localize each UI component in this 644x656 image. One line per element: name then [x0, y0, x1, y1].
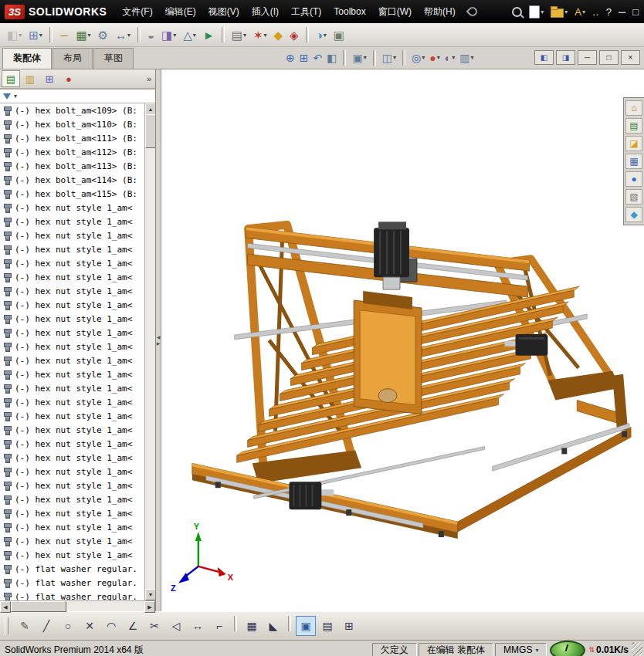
- tree-item[interactable]: (-) flat washer regular.: [0, 562, 145, 576]
- search-icon[interactable]: [510, 3, 524, 20]
- view-orientation-icon[interactable]: ▣▾: [351, 49, 368, 66]
- propertymanager-tab[interactable]: ▥: [21, 70, 39, 87]
- tree-item[interactable]: (-) hex nut style 1_am<: [0, 340, 145, 353]
- custom-properties-icon[interactable]: ▧: [625, 189, 642, 205]
- display-style-icon[interactable]: ◫▾: [381, 49, 398, 66]
- window-minimize-icon[interactable]: ─: [616, 3, 628, 20]
- status-definition[interactable]: 欠定义: [372, 643, 417, 656]
- scroll-thumb[interactable]: [145, 114, 155, 148]
- resources-home-icon[interactable]: ⌂: [625, 100, 642, 116]
- tree-item[interactable]: (-) hex nut style 1_am<: [0, 284, 145, 298]
- tree-item[interactable]: (-) hex nut style 1_am<: [0, 256, 145, 270]
- tree-item[interactable]: (-) hex nut style 1_am<: [0, 437, 145, 451]
- tree-item[interactable]: (-) hex bolt_am<111> (B:: [0, 131, 145, 145]
- more-commands-icon[interactable]: ‥: [590, 3, 602, 20]
- tree-filter[interactable]: ▾: [0, 89, 155, 103]
- tree-item[interactable]: (-) hex bolt_am<109> (B:: [0, 103, 145, 117]
- design-library-icon[interactable]: ▤: [625, 118, 642, 134]
- menu-pin-icon[interactable]: [466, 5, 479, 19]
- window-restore-icon[interactable]: □: [630, 3, 641, 20]
- exploded-view-icon[interactable]: ✶▾: [250, 25, 270, 44]
- snap-icon[interactable]: ◣: [263, 616, 283, 636]
- tree-item[interactable]: (-) hex nut style 1_am<: [0, 312, 145, 326]
- zoom-to-area-icon[interactable]: ⊞: [298, 49, 310, 66]
- wireframe-view-icon[interactable]: ▤: [317, 616, 337, 636]
- arc-tool-icon[interactable]: ◠: [101, 616, 121, 636]
- pane-right-icon[interactable]: ◨: [556, 50, 575, 65]
- forum-icon[interactable]: ◆: [625, 207, 642, 222]
- section-view-icon[interactable]: ◧: [325, 49, 338, 66]
- menu-item[interactable]: 视图(V): [202, 0, 246, 23]
- tree-item[interactable]: (-) hex nut style 1_am<: [0, 423, 145, 437]
- tree-item[interactable]: (-) hex nut style 1_am<: [0, 409, 145, 423]
- new-document-icon[interactable]: ▾: [527, 3, 546, 20]
- tree-item[interactable]: (-) hex nut style 1_am<: [0, 298, 145, 312]
- apply-scene-icon[interactable]: ◐▾: [443, 49, 456, 66]
- erase-tool-icon[interactable]: ✕: [80, 616, 100, 636]
- menu-item[interactable]: 文件(F): [116, 0, 158, 23]
- linear-component-pattern-icon[interactable]: ▦▾: [73, 25, 93, 44]
- configurationmanager-tab[interactable]: ⊞: [40, 70, 59, 87]
- new-motion-study-icon[interactable]: ►: [200, 25, 218, 44]
- pane-left-icon[interactable]: ◧: [534, 50, 554, 65]
- hide-show-items-icon[interactable]: ◎▾: [410, 49, 426, 66]
- scroll-thumb[interactable]: [11, 601, 66, 612]
- tree-horizontal-scrollbar[interactable]: ◀ ▶: [0, 600, 155, 611]
- instant3d-icon[interactable]: ◆: [271, 25, 286, 44]
- menu-item[interactable]: 插入(I): [246, 0, 285, 23]
- menu-item[interactable]: 编辑(E): [159, 0, 202, 23]
- document-close-icon[interactable]: ×: [621, 50, 640, 65]
- options-icon[interactable]: A▾: [572, 3, 588, 20]
- line-tool-icon[interactable]: ╱: [36, 616, 56, 636]
- interference-detection-icon[interactable]: ◈: [286, 25, 302, 44]
- scroll-left-icon[interactable]: ◀: [0, 601, 11, 613]
- menu-item[interactable]: 窗口(W): [372, 0, 418, 23]
- edit-component-icon[interactable]: ◧▾: [4, 25, 25, 44]
- toolbar-grip[interactable]: [5, 617, 8, 634]
- panel-chevron[interactable]: »: [147, 74, 155, 83]
- tree-item[interactable]: (-) hex nut style 1_am<: [0, 451, 145, 465]
- mirror-tool-icon[interactable]: ◁: [166, 616, 186, 636]
- displaymanager-tab[interactable]: ●: [59, 70, 78, 87]
- tree-item[interactable]: (-) hex bolt_am<110> (B:: [0, 117, 145, 131]
- tree-item[interactable]: (-) hex nut style 1_am<: [0, 492, 145, 506]
- document-minimize-icon[interactable]: ─: [578, 50, 597, 65]
- tree-item[interactable]: (-) hex nut style 1_am<: [0, 395, 145, 409]
- help-icon[interactable]: ?: [604, 3, 614, 20]
- viewport[interactable]: Y X Z ⌂▤◪▦●▧◆: [161, 69, 644, 611]
- tree-item[interactable]: (-) hex nut style 1_am<: [0, 353, 145, 367]
- mate-icon[interactable]: ∽: [56, 25, 73, 44]
- dimension-tool-icon[interactable]: ↔: [188, 616, 208, 636]
- move-component-icon[interactable]: ↔▾: [112, 25, 134, 44]
- tree-item[interactable]: (-) hex nut style 1_am<: [0, 548, 145, 562]
- commandmanager-tab[interactable]: 布局: [53, 48, 93, 69]
- tree-item[interactable]: (-) flat washer regular.: [0, 590, 145, 600]
- featuremanager-tab[interactable]: ▤: [2, 70, 20, 87]
- tree-item[interactable]: (-) hex nut style 1_am<: [0, 381, 145, 395]
- scroll-down-icon[interactable]: ▼: [145, 589, 155, 600]
- shaded-view-icon[interactable]: ▣: [296, 616, 316, 636]
- view-palette-icon[interactable]: ▦: [625, 154, 642, 169]
- section-display-icon[interactable]: ⊞: [339, 616, 359, 636]
- simulation-advisor-icon[interactable]: ▣: [330, 25, 347, 44]
- appearances-icon[interactable]: ●: [625, 171, 642, 187]
- tree-item[interactable]: (-) flat washer regular.: [0, 576, 145, 590]
- tree-item[interactable]: (-) hex nut style 1_am<: [0, 228, 145, 242]
- bill-of-materials-icon[interactable]: ▤▾: [229, 25, 249, 44]
- tree-item[interactable]: (-) hex nut style 1_am<: [0, 326, 145, 340]
- scroll-up-icon[interactable]: ▲: [145, 103, 155, 115]
- open-document-icon[interactable]: ▾: [548, 3, 570, 20]
- tree-item[interactable]: (-) hex bolt_am<113> (B:: [0, 159, 145, 173]
- menu-item[interactable]: 工具(T): [285, 0, 327, 23]
- file-explorer-icon[interactable]: ◪: [625, 136, 642, 151]
- edit-appearance-icon[interactable]: ◑▾: [313, 25, 330, 44]
- tree-item[interactable]: (-) hex nut style 1_am<: [0, 534, 145, 548]
- status-units[interactable]: MMGS▾: [495, 643, 547, 656]
- panel-splitter[interactable]: ◀ ▶: [156, 69, 161, 611]
- smart-fasteners-icon[interactable]: ⚙: [95, 25, 111, 44]
- previous-view-icon[interactable]: ↶: [311, 49, 324, 66]
- scroll-right-icon[interactable]: ▶: [144, 601, 155, 613]
- y-axis-motor[interactable]: [505, 334, 548, 356]
- tree-item[interactable]: (-) hex nut style 1_am<: [0, 242, 145, 256]
- trim-tool-icon[interactable]: ✂: [144, 616, 164, 636]
